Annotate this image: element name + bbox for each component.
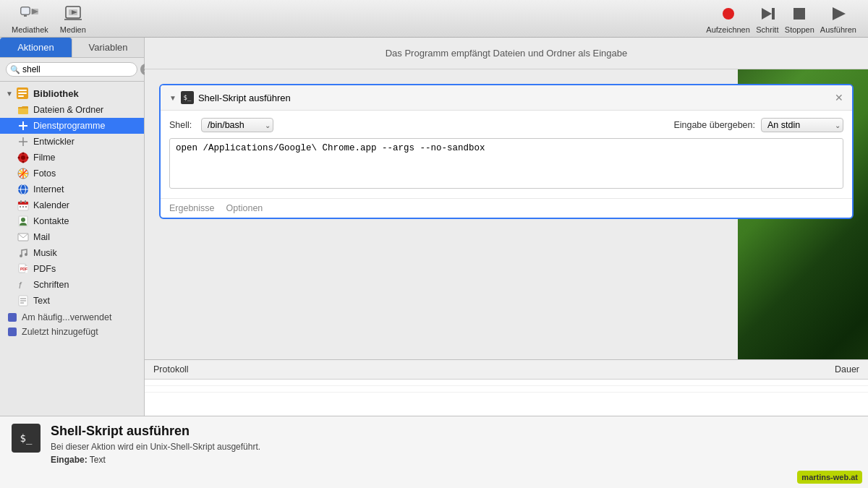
svg-point-48 [25,253,27,256]
schriften-icon: f [17,279,29,291]
svg-point-45 [21,218,25,222]
aufzeichnen-button[interactable]: Aufzeichnen [706,4,750,34]
internet-label: Internet [33,184,64,194]
svg-rect-1 [21,7,30,14]
sidebar-item-dateien[interactable]: Dateien & Ordner [0,102,144,118]
svg-rect-58 [8,328,17,336]
ausfuehren-label: Ausführen [820,25,856,34]
sidebar-tabs: Aktionen Variablen [0,38,144,58]
info-eingabe-value: Text [90,455,106,465]
toolbar-right: Aufzeichnen Schritt Stoppen [706,4,856,34]
svg-point-27 [18,157,20,159]
content-inner: Das Programm empfängt Dateien und Ordner… [145,38,868,416]
info-meta: Eingabe: Text [51,455,260,465]
svg-rect-41 [20,206,21,207]
text-icon [17,295,29,307]
log-rows [145,380,868,416]
mediathek-label: Mediathek [12,25,48,34]
entwickler-label: Entwickler [33,137,75,147]
info-eingabe-label: Eingabe: [51,455,88,465]
sidebar-item-entwickler[interactable]: Entwickler [0,134,144,150]
stoppen-label: Stoppen [785,25,814,34]
log-col-protokoll: Protokoll [153,364,801,374]
info-title: Shell-Skript ausführen [51,424,260,439]
pdfs-icon: PDF [17,263,29,275]
am-haufig-header[interactable]: Am häufig...verwendet [0,310,144,325]
eingabe-label: Eingabe übergeben: [673,120,755,130]
search-bar: 🔍 ✕ [0,58,144,82]
main-area: Aktionen Variablen 🔍 ✕ ▼ [0,38,868,416]
eingabe-select[interactable]: An stdin Als Argumente [761,118,843,132]
svg-marker-10 [762,8,772,20]
stoppen-button[interactable]: Stoppen [785,4,814,34]
musik-icon [17,247,29,259]
shell-card-title: Shell-Skript ausführen [198,93,830,103]
svg-point-24 [21,155,25,160]
tab-aktionen[interactable]: Aktionen [0,38,72,57]
shell-label: Shell: [169,120,195,130]
medien-button[interactable]: Medien [60,4,86,34]
zuletzt-label: Zuletzt hinzugefügt [22,327,98,337]
ergebnisse-tab[interactable]: Ergebnisse [169,203,215,213]
kalender-label: Kalender [33,200,69,210]
aufzeichnen-label: Aufzeichnen [706,25,750,34]
shell-card: ▼ $_ Shell-Skript ausführen ✕ Shell: [159,84,854,219]
sidebar-item-kalender[interactable]: Kalender [0,197,144,213]
shell-select-wrapper: /bin/bash /bin/sh /bin/zsh ⌄ [201,118,273,132]
schriften-label: Schriften [33,280,69,290]
zuletzt-header[interactable]: Zuletzt hinzugefügt [0,325,144,339]
sidebar-item-filme[interactable]: Filme [0,150,144,166]
sidebar: Aktionen Variablen 🔍 ✕ ▼ [0,38,145,416]
sidebar-item-musik[interactable]: Musik [0,245,144,261]
shell-card-toggle[interactable]: ▼ [169,94,176,102]
mediathek-button[interactable]: Mediathek [12,4,48,34]
shell-select[interactable]: /bin/bash /bin/sh /bin/zsh [201,118,273,132]
svg-text:PDF: PDF [20,267,27,271]
sidebar-item-pdfs[interactable]: PDF PDFs [0,261,144,277]
svg-rect-40 [25,200,26,203]
content-main: ▼ $_ Shell-Skript ausführen ✕ Shell: [145,69,868,359]
kalender-icon [17,200,29,211]
log-row-2 [145,386,868,393]
sidebar-item-mail[interactable]: Mail [0,229,144,245]
pdfs-label: PDFs [33,264,56,274]
content-header-text: Das Programm empfängt Dateien und Ordner… [386,48,628,59]
am-haufig-label: Am häufig...verwendet [22,312,111,322]
info-panel: $_ Shell-Skript ausführen Bei dieser Akt… [0,416,868,488]
script-textarea[interactable] [169,138,843,189]
sidebar-item-kontakte[interactable]: Kontakte [0,213,144,229]
kontakte-icon [17,215,29,227]
toolbar: Mediathek Medien Aufzeichnen [0,0,868,38]
schritt-button[interactable]: Schritt [756,4,779,34]
bibliothek-group: ▼ Bibliothek Dateien & Ordner [0,85,144,309]
kontakte-label: Kontakte [33,216,69,226]
musik-label: Musik [33,248,57,258]
log-header: Protokoll Dauer [145,360,868,380]
medien-label: Medien [60,25,86,34]
svg-rect-17 [18,95,24,97]
shell-footer: Ergebnisse Optionen [161,198,852,218]
bibliothek-header[interactable]: ▼ Bibliothek [0,85,144,102]
search-input[interactable] [6,62,137,77]
shell-row: Shell: /bin/bash /bin/sh /bin/zsh ⌄ Eing… [169,118,843,132]
shell-card-icon: $_ [181,91,194,104]
filme-label: Filme [33,153,56,163]
sidebar-item-internet[interactable]: Internet [0,181,144,197]
sidebar-item-fotos[interactable]: Fotos [0,166,144,181]
internet-icon [17,184,29,195]
sidebar-content: ▼ Bibliothek Dateien & Ordner [0,82,144,416]
sidebar-item-text[interactable]: Text [0,293,144,309]
sidebar-item-schriften[interactable]: f Schriften [0,277,144,293]
ausfuehren-button[interactable]: Ausführen [820,4,856,34]
svg-rect-57 [8,313,17,322]
eingabe-select-wrapper: An stdin Als Argumente ⌄ [761,118,843,132]
content-area: Bi 202 Das Programm empfängt Dateien und… [145,38,868,416]
optionen-tab[interactable]: Optionen [226,203,263,213]
fotos-label: Fotos [33,168,56,179]
svg-rect-11 [772,8,775,20]
tab-variablen[interactable]: Variablen [72,38,144,57]
watermark: martins-web.at [797,471,862,482]
svg-point-28 [27,157,29,159]
sidebar-item-dienstprogramme[interactable]: Dienstprogramme [0,118,144,134]
shell-card-close-button[interactable]: ✕ [835,93,843,103]
